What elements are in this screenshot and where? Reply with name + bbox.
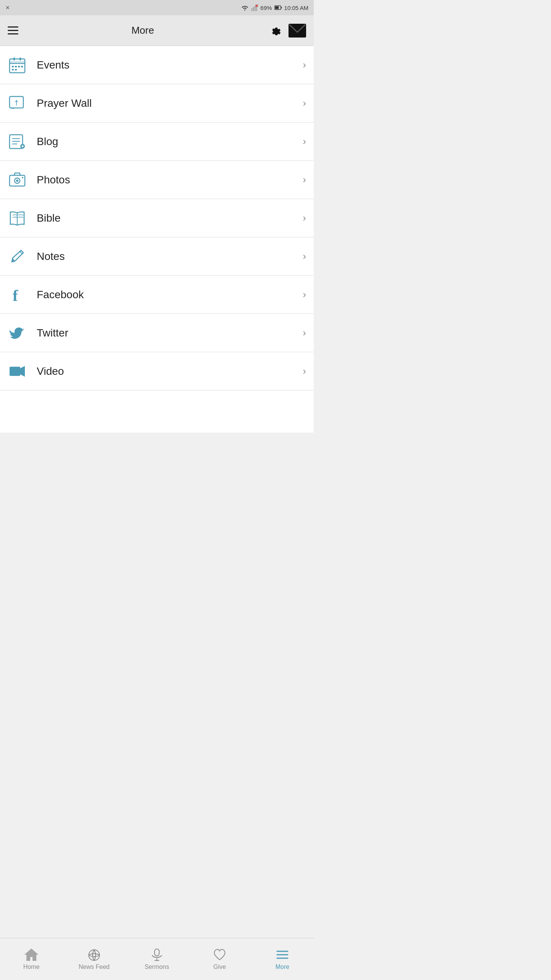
menu-item-twitter[interactable]: Twitter ›: [0, 314, 314, 352]
pencil-icon: [8, 247, 27, 266]
video-icon: [8, 362, 27, 381]
page-title: More: [131, 24, 154, 36]
chevron-right-icon: ›: [303, 97, 306, 109]
hamburger-button[interactable]: [8, 26, 18, 34]
signal-icon: [251, 4, 258, 11]
svg-rect-15: [12, 66, 14, 67]
chevron-right-icon: ›: [303, 250, 306, 262]
wifi-icon: [241, 5, 249, 11]
facebook-icon: f: [8, 285, 27, 304]
chevron-right-icon: ›: [303, 365, 306, 377]
svg-rect-18: [21, 66, 23, 67]
svg-rect-13: [13, 57, 15, 60]
svg-text:†: †: [15, 99, 18, 106]
svg-rect-20: [15, 69, 17, 70]
chevron-right-icon: ›: [303, 136, 306, 147]
svg-rect-1: [253, 7, 254, 11]
events-label: Events: [37, 59, 70, 71]
close-icon: ✕: [5, 5, 10, 11]
svg-point-34: [22, 177, 23, 178]
chevron-right-icon: ›: [303, 289, 306, 301]
svg-marker-39: [20, 366, 25, 377]
gear-icon[interactable]: [267, 23, 282, 38]
main-content: Events › † Prayer Wall ›: [0, 46, 314, 433]
time-display: 10:05 AM: [284, 5, 308, 11]
menu-item-facebook[interactable]: f Facebook ›: [0, 276, 314, 314]
svg-rect-19: [12, 69, 14, 70]
book-icon: [8, 209, 27, 228]
menu-item-events[interactable]: Events ›: [0, 46, 314, 84]
svg-rect-38: [10, 367, 20, 376]
prayer-icon: †: [8, 94, 27, 113]
svg-rect-8: [281, 7, 282, 8]
svg-rect-0: [251, 8, 253, 11]
svg-point-33: [16, 180, 18, 182]
svg-rect-7: [275, 7, 279, 9]
blog-icon: [8, 132, 27, 151]
menu-item-bible[interactable]: Bible ›: [0, 199, 314, 237]
menu-item-blog[interactable]: Blog ›: [0, 122, 314, 161]
status-right: 69% 10:05 AM: [241, 4, 308, 11]
status-bar: ✕ 69% 10:05 AM: [0, 0, 314, 15]
menu-item-notes[interactable]: Notes ›: [0, 237, 314, 276]
chevron-right-icon: ›: [303, 59, 306, 71]
svg-rect-16: [15, 66, 17, 67]
svg-rect-17: [18, 66, 20, 67]
header-actions: [267, 23, 306, 38]
camera-icon: [8, 170, 27, 189]
mail-icon[interactable]: [289, 24, 306, 38]
chevron-right-icon: ›: [303, 212, 306, 224]
notes-label: Notes: [37, 250, 65, 263]
video-label: Video: [37, 365, 64, 377]
menu-item-video[interactable]: Video ›: [0, 352, 314, 390]
facebook-label: Facebook: [37, 289, 84, 301]
battery-icon: [274, 5, 282, 10]
status-left: ✕: [5, 5, 10, 11]
svg-rect-14: [20, 57, 21, 60]
prayer-wall-label: Prayer Wall: [37, 97, 92, 109]
menu-item-photos[interactable]: Photos ›: [0, 161, 314, 199]
photos-label: Photos: [37, 174, 70, 186]
twitter-icon: [8, 323, 27, 343]
calendar-icon: [8, 56, 27, 75]
battery-percent: 69%: [261, 5, 272, 11]
svg-text:f: f: [13, 287, 18, 303]
twitter-label: Twitter: [37, 327, 68, 339]
blog-label: Blog: [37, 136, 58, 148]
app-header: More: [0, 15, 314, 46]
chevron-right-icon: ›: [303, 174, 306, 186]
bible-label: Bible: [37, 212, 60, 224]
chevron-right-icon: ›: [303, 327, 306, 339]
menu-item-prayer-wall[interactable]: † Prayer Wall ›: [0, 84, 314, 122]
